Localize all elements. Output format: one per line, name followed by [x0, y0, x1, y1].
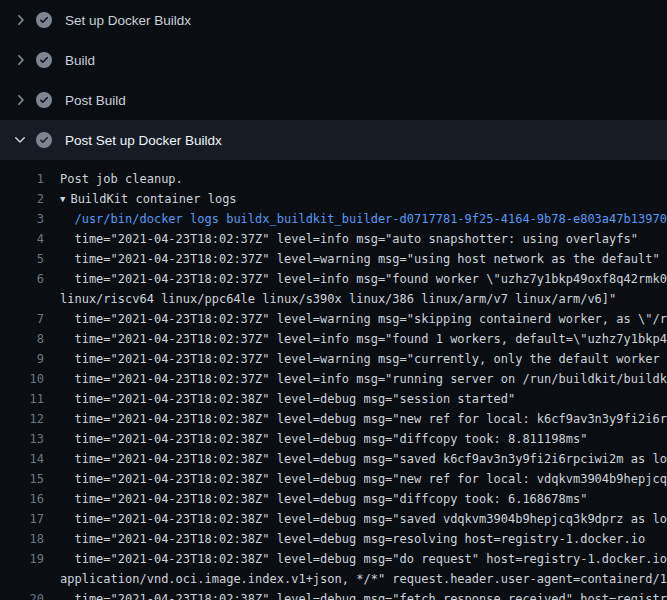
log-line: 7 time="2021-04-23T18:02:37Z" level=warn… [0, 309, 667, 329]
log-text: time="2021-04-23T18:02:38Z" level=debug … [60, 509, 667, 529]
log-line: 9 time="2021-04-23T18:02:37Z" level=warn… [0, 349, 667, 369]
log-text: time="2021-04-23T18:02:37Z" level=warnin… [60, 349, 667, 369]
log-text: time="2021-04-23T18:02:38Z" level=debug … [60, 589, 667, 600]
log-text: time="2021-04-23T18:02:38Z" level=debug … [60, 469, 667, 489]
step-label: Build [65, 53, 95, 68]
step-label: Set up Docker Buildx [65, 13, 191, 28]
log-line: 12 time="2021-04-23T18:02:38Z" level=deb… [0, 409, 667, 429]
line-number [0, 569, 44, 589]
log-text: time="2021-04-23T18:02:37Z" level=info m… [60, 369, 667, 389]
actions-log-viewer: Set up Docker BuildxBuildPost BuildPost … [0, 0, 667, 600]
log-text: linux/riscv64 linux/ppc64le linux/s390x … [60, 289, 616, 309]
chevron-right-icon[interactable] [12, 12, 28, 28]
log-area: 1Post job cleanup.2▼BuildKit container l… [0, 160, 667, 600]
log-line: 3 /usr/bin/docker logs buildx_buildkit_b… [0, 209, 667, 229]
check-circle-icon [36, 132, 52, 148]
log-line: 2▼BuildKit container logs [0, 189, 667, 209]
log-line: 15 time="2021-04-23T18:02:38Z" level=deb… [0, 469, 667, 489]
log-line: 11 time="2021-04-23T18:02:38Z" level=deb… [0, 389, 667, 409]
line-number[interactable]: 10 [0, 369, 44, 389]
log-command-text: /usr/bin/docker logs buildx_buildkit_bui… [60, 209, 667, 229]
steps-list: Set up Docker BuildxBuildPost BuildPost … [0, 0, 667, 160]
log-line-continuation: application/vnd.oci.image.index.v1+json,… [0, 569, 667, 589]
log-line: 4 time="2021-04-23T18:02:37Z" level=info… [0, 229, 667, 249]
log-text: time="2021-04-23T18:02:38Z" level=debug … [60, 409, 667, 429]
log-text: time="2021-04-23T18:02:38Z" level=debug … [60, 389, 515, 409]
line-number[interactable]: 5 [0, 249, 44, 269]
log-text: time="2021-04-23T18:02:38Z" level=debug … [60, 449, 667, 469]
log-text: time="2021-04-23T18:02:37Z" level=warnin… [60, 309, 667, 329]
line-number[interactable]: 20 [0, 589, 44, 600]
line-number[interactable]: 15 [0, 469, 44, 489]
line-number [0, 289, 44, 309]
line-number[interactable]: 1 [0, 169, 44, 189]
log-line: 13 time="2021-04-23T18:02:38Z" level=deb… [0, 429, 667, 449]
line-number[interactable]: 19 [0, 549, 44, 569]
log-line: 19 time="2021-04-23T18:02:38Z" level=deb… [0, 549, 667, 569]
check-circle-icon [36, 92, 52, 108]
log-line: 6 time="2021-04-23T18:02:37Z" level=info… [0, 269, 667, 289]
chevron-right-icon[interactable] [12, 92, 28, 108]
log-line: 17 time="2021-04-23T18:02:38Z" level=deb… [0, 509, 667, 529]
step-row-post-set-up-docker-buildx[interactable]: Post Set up Docker Buildx [0, 120, 667, 160]
log-text: application/vnd.oci.image.index.v1+json,… [60, 569, 667, 589]
line-number[interactable]: 12 [0, 409, 44, 429]
log-text: time="2021-04-23T18:02:38Z" level=debug … [60, 549, 667, 569]
log-text: time="2021-04-23T18:02:37Z" level=info m… [60, 269, 667, 289]
chevron-right-icon[interactable] [12, 52, 28, 68]
line-number[interactable]: 7 [0, 309, 44, 329]
check-circle-icon [36, 52, 52, 68]
log-text: time="2021-04-23T18:02:38Z" level=debug … [60, 429, 587, 449]
log-text: time="2021-04-23T18:02:37Z" level=info m… [60, 329, 667, 349]
log-text: time="2021-04-23T18:02:37Z" level=warnin… [60, 249, 660, 269]
line-number[interactable]: 6 [0, 269, 44, 289]
log-text: time="2021-04-23T18:02:38Z" level=debug … [60, 529, 645, 549]
line-number[interactable]: 11 [0, 389, 44, 409]
line-number[interactable]: 18 [0, 529, 44, 549]
log-text: time="2021-04-23T18:02:38Z" level=debug … [60, 489, 587, 509]
line-number[interactable]: 16 [0, 489, 44, 509]
log-text: Post job cleanup. [60, 169, 183, 189]
log-line: 10 time="2021-04-23T18:02:37Z" level=inf… [0, 369, 667, 389]
log-line: 5 time="2021-04-23T18:02:37Z" level=warn… [0, 249, 667, 269]
step-row-set-up-docker-buildx[interactable]: Set up Docker Buildx [0, 0, 667, 40]
line-number[interactable]: 3 [0, 209, 44, 229]
step-row-post-build[interactable]: Post Build [0, 80, 667, 120]
log-line: 14 time="2021-04-23T18:02:38Z" level=deb… [0, 449, 667, 469]
line-number[interactable]: 13 [0, 429, 44, 449]
log-line: 20 time="2021-04-23T18:02:38Z" level=deb… [0, 589, 667, 600]
step-label: Post Set up Docker Buildx [65, 133, 222, 148]
line-number[interactable]: 17 [0, 509, 44, 529]
check-circle-icon [36, 12, 52, 28]
log-text: time="2021-04-23T18:02:37Z" level=info m… [60, 229, 638, 249]
group-expanded-icon[interactable]: ▼ [60, 189, 65, 209]
line-number[interactable]: 4 [0, 229, 44, 249]
chevron-down-icon[interactable] [12, 132, 28, 148]
log-text: BuildKit container logs [70, 189, 236, 209]
log-line-continuation: linux/riscv64 linux/ppc64le linux/s390x … [0, 289, 667, 309]
line-number[interactable]: 9 [0, 349, 44, 369]
line-number[interactable]: 14 [0, 449, 44, 469]
step-row-build[interactable]: Build [0, 40, 667, 80]
step-label: Post Build [65, 93, 126, 108]
log-line: 16 time="2021-04-23T18:02:38Z" level=deb… [0, 489, 667, 509]
log-line: 18 time="2021-04-23T18:02:38Z" level=deb… [0, 529, 667, 549]
line-number[interactable]: 8 [0, 329, 44, 349]
line-number[interactable]: 2 [0, 189, 44, 209]
log-line: 8 time="2021-04-23T18:02:37Z" level=info… [0, 329, 667, 349]
log-line: 1Post job cleanup. [0, 169, 667, 189]
